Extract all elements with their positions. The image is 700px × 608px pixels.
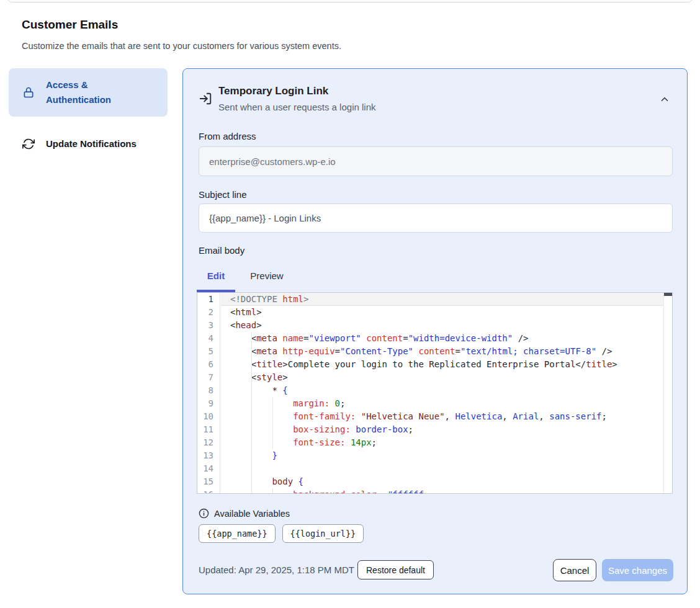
previous-card-bottom-edge [6,0,694,2]
panel-subtitle: Sent when a user requests a login link [218,102,375,112]
info-icon[interactable] [199,508,209,519]
customer-emails-page: Customer Emails Customize the emails tha… [0,0,700,608]
sidebar-item-update-notifications[interactable]: Update Notifications [9,127,168,161]
updated-timestamp: Updated: Apr 29, 2025, 1:18 PM MDT [199,565,354,575]
refresh-icon [22,138,35,150]
indent-guide [272,488,273,494]
variable-chip-app-name[interactable]: {{app_name}} [199,524,276,543]
variable-chips: {{app_name}} {{login_url}} [199,524,364,543]
editor-scrollbar-thumb[interactable] [664,293,672,296]
variable-chip-login-url[interactable]: {{login_url}} [282,524,364,543]
editor-code[interactable]: <!DOCTYPE html><html><head> <meta name="… [221,293,663,494]
sidebar-item-access-authentication[interactable]: Access & Authentication [9,68,168,117]
email-body-code-editor[interactable]: 12345678910111213141516 <!DOCTYPE html><… [197,292,673,494]
page-subtitle: Customize the emails that are sent to yo… [22,41,341,51]
from-address-input[interactable] [199,146,673,176]
indent-guide [251,332,252,494]
indent-guide [272,397,273,449]
available-variables-label: Available Variables [214,509,290,519]
sidebar-item-label: Access & Authentication [46,78,155,107]
tab-preview[interactable]: Preview [245,270,289,281]
available-variables-row: Available Variables [199,508,290,519]
active-tab-underline [197,290,235,292]
subject-line-label: Subject line [199,189,247,200]
restore-default-button[interactable]: Restore default [357,560,434,579]
temporary-login-link-panel: Temporary Login Link Sent when a user re… [182,68,688,594]
tab-edit[interactable]: Edit [197,270,235,281]
cancel-button[interactable]: Cancel [553,559,596,581]
login-icon [199,92,212,105]
from-address-label: From address [199,131,256,141]
panel-title: Temporary Login Link [218,85,328,97]
save-changes-button[interactable]: Save changes [602,559,673,581]
subject-input[interactable] [199,203,673,233]
editor-gutter: 12345678910111213141516 [197,293,220,493]
email-body-label: Email body [199,245,245,256]
sidebar-item-label: Update Notifications [46,136,137,151]
editor-scrollbar[interactable] [663,293,672,493]
lock-icon [22,86,35,99]
page-title: Customer Emails [22,18,118,32]
email-types-sidebar: Access & Authentication Update Notificat… [9,68,168,161]
chevron-up-icon[interactable] [659,94,670,105]
